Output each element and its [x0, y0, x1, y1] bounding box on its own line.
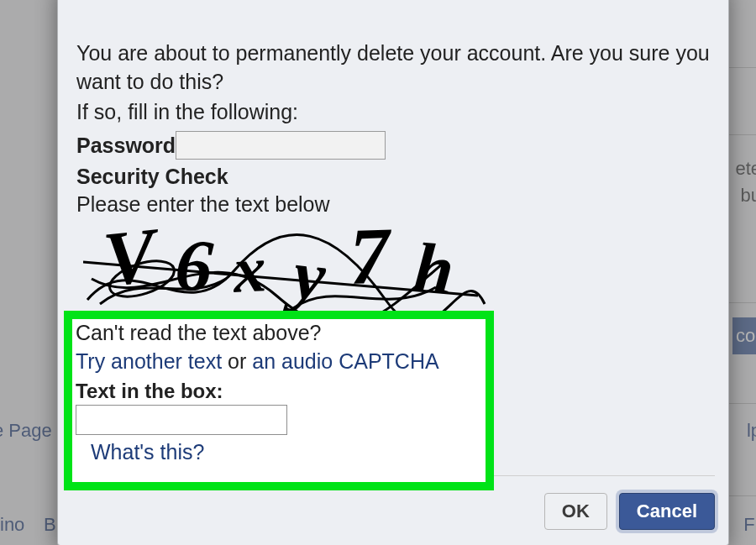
page-background: ete bu co e Page lp ino B Fr You are abo…	[0, 0, 756, 545]
dialog-body: You are about to permanently delete your…	[58, 0, 728, 341]
captcha-alternatives: Try another text or an audio CAPTCHA	[76, 348, 482, 376]
password-label: Password	[76, 134, 176, 158]
ok-button[interactable]: OK	[544, 493, 607, 530]
instruction-text: If so, fill in the following:	[76, 98, 710, 127]
text-in-box-label: Text in the box:	[76, 380, 482, 403]
cancel-button[interactable]: Cancel	[619, 493, 715, 530]
svg-text:x: x	[230, 232, 267, 307]
whats-this-link[interactable]: What's this?	[91, 440, 482, 464]
svg-text:7: 7	[348, 220, 395, 301]
password-input[interactable]	[176, 131, 386, 160]
captcha-help-panel: Can't read the text above? Try another t…	[64, 311, 494, 490]
security-check-heading: Security Check	[76, 165, 710, 189]
svg-text:6: 6	[173, 223, 216, 307]
captcha-image: V 6 x y 7 h	[83, 220, 710, 324]
audio-captcha-link[interactable]: an audio CAPTCHA	[252, 349, 438, 373]
or-text: or	[222, 349, 252, 373]
svg-text:h: h	[411, 228, 457, 310]
svg-text:y: y	[282, 234, 329, 316]
captcha-text-input[interactable]	[76, 405, 287, 435]
try-another-text-link[interactable]: Try another text	[76, 349, 222, 373]
captcha-prompt: Please enter the text below	[76, 192, 710, 217]
delete-warning-text: You are about to permanently delete your…	[76, 39, 710, 97]
cant-read-text: Can't read the text above?	[76, 319, 482, 348]
password-row: Password	[76, 131, 710, 160]
svg-text:V: V	[99, 220, 165, 302]
